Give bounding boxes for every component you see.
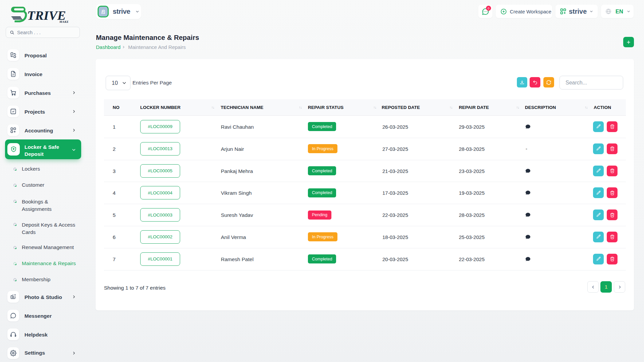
svg-text:MAKE: MAKE — [59, 20, 69, 23]
